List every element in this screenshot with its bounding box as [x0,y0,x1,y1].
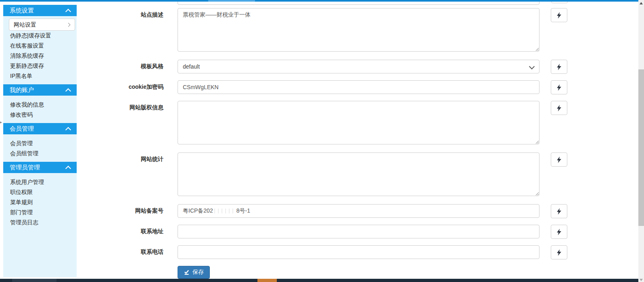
sidebar-item[interactable]: IP黑名单 [3,71,77,81]
sidebar-item[interactable]: 菜单规则 [3,197,77,207]
field-control [178,80,539,94]
form-row: 网站备案号粤ICP备2028号-1 [0,204,638,218]
sidebar-item[interactable]: 会员组管理 [3,148,77,159]
chevron-up-icon [65,166,71,171]
sidebar-item[interactable]: 更新静态缓存 [3,61,77,71]
template-style-select[interactable]: default [178,60,539,73]
cookie-key-input[interactable] [178,80,539,94]
sidebar-item-active[interactable]: 网站设置 [9,19,75,31]
form-row: 网站统计 [0,152,638,198]
sidebar-item-label: IP黑名单 [10,73,32,79]
form-row: 联系地址 [0,225,638,239]
chevron-up-icon [65,9,71,15]
sidebar-item[interactable]: 清除系统缓存 [3,51,77,61]
form-row: 联系电话 [0,245,638,259]
quick-set-button[interactable] [551,101,567,115]
triangle-up-icon[interactable] [640,2,643,4]
scrollbar-thumb[interactable] [638,69,644,226]
lightning-bolt-icon [556,105,562,111]
save-button[interactable]: 保存 [178,266,210,279]
field-control: default [178,60,539,73]
site-copyright-textarea[interactable] [178,101,539,144]
lightning-bolt-icon [556,157,562,163]
field-control [178,225,539,238]
sidebar-section: 会员管理会员管理会员组管理 [3,123,77,162]
quick-set-button[interactable] [551,245,567,259]
taskbar-patch [12,279,56,282]
loading-progress-highlight [208,0,255,2]
quick-set-button[interactable] [551,60,567,74]
site-statistics-textarea[interactable] [178,152,539,196]
check-save-icon [184,270,190,275]
sidebar-item-label: 伪静态|缓存设置 [10,32,51,39]
sidebar-section-title: 系统设置 [10,7,34,15]
field-control [178,152,539,198]
sidebar-collapse-handle triangle-right-icon[interactable]: ▸ [0,120,2,124]
sidebar-section-title: 我的账户 [10,86,34,94]
sidebar-section-header[interactable]: 管理员管理 [3,162,77,173]
lightning-bolt-icon [556,64,562,70]
sidebar-item-label: 职位权限 [10,189,33,195]
sidebar-section-header[interactable]: 系统设置 [3,5,77,16]
field-control: 粤ICP备2028号-1 [178,204,539,218]
sidebar-item[interactable]: 伪静态|缓存设置 [3,31,77,41]
sidebar-item-label: 修改密码 [10,111,33,118]
form-row: 网站版权信息 [0,101,638,146]
taskbar-orange-segment [257,279,277,282]
contact-address-input[interactable] [178,225,539,238]
icp-suffix: 8号-1 [236,207,250,215]
sidebar-item-label: 会员管理 [10,140,33,146]
form-row: 站点描述 [0,8,638,53]
sidebar-item[interactable]: 会员管理 [3,138,77,148]
sidebar-item-label: 网站设置 [14,19,36,30]
sidebar-section: 系统设置网站设置伪静态|缓存设置在线客服设置清除系统缓存更新静态缓存IP黑名单 [3,5,77,84]
sidebar-item-label: 会员组管理 [10,150,38,157]
sidebar-section-title: 会员管理 [10,125,34,133]
lightning-bolt-icon [556,84,562,91]
sidebar-item[interactable]: 在线客服设置 [3,41,77,51]
form-row: cookie加密码 [0,80,638,94]
quick-set-button[interactable] [551,8,567,22]
loading-progress-bar [0,0,638,2]
sidebar: 系统设置网站设置伪静态|缓存设置在线客服设置清除系统缓存更新静态缓存IP黑名单我… [3,5,77,277]
sidebar-section-header[interactable]: 会员管理 [3,123,77,134]
quick-set-button[interactable] [551,152,567,167]
chevron-right-icon [67,23,71,27]
sidebar-item[interactable]: 管理员日志 [3,217,77,228]
sidebar-item-list: 网站设置伪静态|缓存设置在线客服设置清除系统缓存更新静态缓存IP黑名单 [3,16,77,84]
triangle-down-icon[interactable] [640,279,643,281]
vertical-scrollbar[interactable] [638,0,644,282]
taskbar-sliver [0,279,638,282]
icp-prefix: 粤ICP备202 [183,207,213,215]
sidebar-item[interactable]: 系统用户管理 [3,177,77,187]
field-control [178,245,539,259]
form-row: 模板风格default [0,60,638,74]
sidebar-item-label: 菜单规则 [10,199,33,205]
field-control [178,101,539,146]
sidebar-item[interactable]: 部门管理 [3,207,77,217]
lightning-bolt-icon [556,12,562,19]
sidebar-item-label: 更新静态缓存 [10,63,44,69]
lightning-bolt-icon [556,229,562,235]
site-description-textarea[interactable] [178,8,539,52]
sidebar-section-header[interactable]: 我的账户 [3,84,77,96]
save-button-label: 保存 [192,269,204,276]
sidebar-item-label: 部门管理 [10,209,33,215]
quick-set-button[interactable] [551,225,567,239]
quick-set-button[interactable] [551,204,567,218]
icp-number-input[interactable]: 粤ICP备2028号-1 [178,204,539,218]
settings-form: 站点描述模板风格defaultcookie加密码网站版权信息网站统计网站备案号粤… [0,5,638,279]
save-row: 保存 [0,266,638,279]
sidebar-section-title: 管理员管理 [10,164,40,171]
sidebar-section: 管理员管理系统用户管理职位权限菜单规则部门管理管理员日志 [3,162,77,231]
sidebar-item-list: 修改我的信息修改密码 [3,96,77,123]
lightning-bolt-icon [556,249,562,256]
contact-phone-input[interactable] [178,245,539,259]
sidebar-item-label: 在线客服设置 [10,42,44,49]
sidebar-item[interactable]: 修改密码 [3,110,77,120]
sidebar-item[interactable]: 职位权限 [3,187,77,197]
sidebar-item-label: 清除系统缓存 [10,52,44,59]
quick-set-button[interactable] [551,80,567,94]
sidebar-item-label: 系统用户管理 [10,179,44,185]
sidebar-item[interactable]: 修改我的信息 [3,100,77,110]
